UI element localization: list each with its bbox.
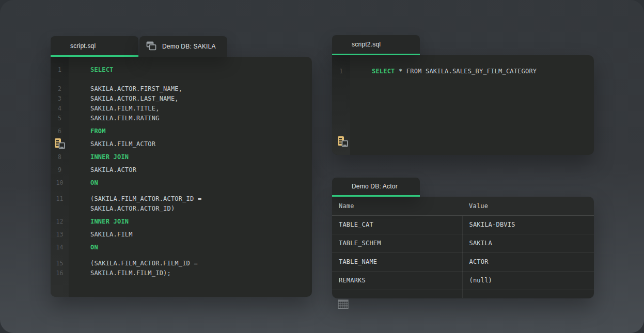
stacked-windows-icon <box>146 41 156 52</box>
line-number: 1 <box>51 65 69 75</box>
code-text: SAKILA.FILM.TITLE, <box>69 104 160 114</box>
line-number: 1 <box>332 67 350 76</box>
code-text: FROM <box>69 126 106 136</box>
code-line: 16SAKILA.FILM.FILM_ID); <box>51 268 312 278</box>
line-number: 4 <box>51 104 69 114</box>
code-line: 3SAKILA.ACTOR.LAST_NAME, <box>51 94 312 104</box>
tab-label: script2.sql <box>352 41 381 48</box>
table-icon[interactable] <box>51 139 69 149</box>
table-row: TABLE_CATSAKILA-DBVIS <box>332 215 594 234</box>
code-text: SAKILA.ACTOR.LAST_NAME, <box>69 94 179 104</box>
line-number: 8 <box>51 152 69 162</box>
line-number: 6 <box>51 126 69 136</box>
code-line: 1SELECT <box>51 65 312 75</box>
code-line: 15(SAKILA.FILM_ACTOR.FILM_ID = <box>51 259 312 268</box>
table-row: TABLE_SCHEMSAKILA <box>332 234 594 252</box>
code-text: INNER JOIN <box>69 152 129 162</box>
code-text: SELECT * FROM SAKILA.SALES_BY_FILM_CATEG… <box>350 67 537 76</box>
table-cell[interactable]: SAKILA <box>462 234 594 252</box>
code-text: SAKILA.FILM_ACTOR <box>69 139 155 149</box>
tab-script2-sql[interactable]: script2.sql <box>332 35 420 55</box>
line-number: 16 <box>51 268 69 278</box>
table-cell[interactable]: TABLE_NAME <box>332 252 462 271</box>
code-line: SAKILA.FILM_ACTOR <box>51 139 312 149</box>
table-cell[interactable]: ACTOR <box>462 252 594 271</box>
code-text: SAKILA.FILM.RATING <box>69 114 160 123</box>
code-text: SAKILA.ACTOR.ACTOR_ID) <box>69 204 175 214</box>
code-text: ON <box>69 178 98 188</box>
line-number: 5 <box>51 114 69 123</box>
code-line: 12INNER JOIN <box>51 217 312 227</box>
code-line: 14ON <box>51 243 312 252</box>
table-cell[interactable]: TABLE_SCHEM <box>332 234 462 252</box>
line-number: 11 <box>51 194 69 204</box>
code-lines: 1SELECT * FROM SAKILA.SALES_BY_FILM_CATE… <box>332 55 594 76</box>
code-line: SAKILA.ACTOR.ACTOR_ID) <box>51 204 312 214</box>
code-text: SAKILA.FILM <box>69 230 133 240</box>
code-text: SAKILA.ACTOR <box>69 165 136 175</box>
right-sql-editor[interactable]: 1SELECT * FROM SAKILA.SALES_BY_FILM_CATE… <box>332 55 594 155</box>
table-header-row: Name Value <box>332 197 594 215</box>
code-line: 1SELECT * FROM SAKILA.SALES_BY_FILM_CATE… <box>332 67 594 76</box>
table-row: REMARKS(null) <box>332 271 594 290</box>
table-cell[interactable]: SAKILA-DBVIS <box>462 215 594 234</box>
code-line: 11(SAKILA.FILM_ACTOR.ACTOR_ID = <box>51 194 312 204</box>
table-icon[interactable] <box>337 136 349 149</box>
column-header-value[interactable]: Value <box>462 197 594 215</box>
line-number: 13 <box>51 230 69 240</box>
line-number: 15 <box>51 259 69 268</box>
left-sql-editor[interactable]: 1SELECT2SAKILA.ACTOR.FIRST_NAME,3SAKILA.… <box>51 57 312 297</box>
tab-demo-db-actor[interactable]: Demo DB: Actor <box>332 178 420 197</box>
grid-icon <box>338 299 349 309</box>
line-number: 12 <box>51 217 69 227</box>
line-number: 3 <box>51 94 69 104</box>
code-line: 8INNER JOIN <box>51 152 312 162</box>
tab-script-sql[interactable]: script.sql <box>51 36 138 57</box>
code-text: SAKILA.ACTOR.FIRST_NAME, <box>69 84 182 94</box>
code-line: 2SAKILA.ACTOR.FIRST_NAME, <box>51 84 312 94</box>
app-canvas: script.sql Demo DB: SAKILA 1SELECT2SAKIL… <box>0 0 644 333</box>
tab-label: script.sql <box>70 42 96 50</box>
table-row: TABLE_NAMEACTOR <box>332 252 594 271</box>
code-line: 10ON <box>51 178 312 188</box>
column-header-name[interactable]: Name <box>332 197 462 215</box>
code-line: 4SAKILA.FILM.TITLE, <box>51 104 312 114</box>
line-number: 14 <box>51 243 69 252</box>
table-cell[interactable]: REMARKS <box>332 271 462 290</box>
code-line: 6FROM <box>51 126 312 136</box>
result-grid-panel[interactable]: Name Value TABLE_CATSAKILA-DBVISTABLE_SC… <box>332 197 594 298</box>
code-text: SAKILA.FILM.FILM_ID); <box>69 268 171 278</box>
tab-label: Demo DB: SAKILA <box>162 43 216 50</box>
code-line: 9SAKILA.ACTOR <box>51 165 312 175</box>
tab-demo-db-sakila[interactable]: Demo DB: SAKILA <box>139 36 227 57</box>
line-number: 2 <box>51 84 69 94</box>
line-number: 10 <box>51 178 69 188</box>
tab-label: Demo DB: Actor <box>352 183 398 190</box>
line-number <box>51 204 69 214</box>
line-number: 9 <box>51 165 69 175</box>
code-text: ON <box>69 243 98 252</box>
code-text: INNER JOIN <box>69 217 129 227</box>
table-cell[interactable]: (null) <box>462 271 594 290</box>
code-text: (SAKILA.FILM_ACTOR.FILM_ID = <box>69 259 198 268</box>
code-line: 13SAKILA.FILM <box>51 230 312 240</box>
code-line: 5SAKILA.FILM.RATING <box>51 114 312 123</box>
code-lines: 1SELECT2SAKILA.ACTOR.FIRST_NAME,3SAKILA.… <box>51 57 312 278</box>
empty-table-row <box>332 290 594 298</box>
table-cell[interactable]: TABLE_CAT <box>332 215 462 234</box>
code-text: SELECT <box>69 65 114 75</box>
code-text: (SAKILA.FILM_ACTOR.ACTOR_ID = <box>69 194 201 204</box>
result-table: Name Value TABLE_CATSAKILA-DBVISTABLE_SC… <box>332 197 594 298</box>
